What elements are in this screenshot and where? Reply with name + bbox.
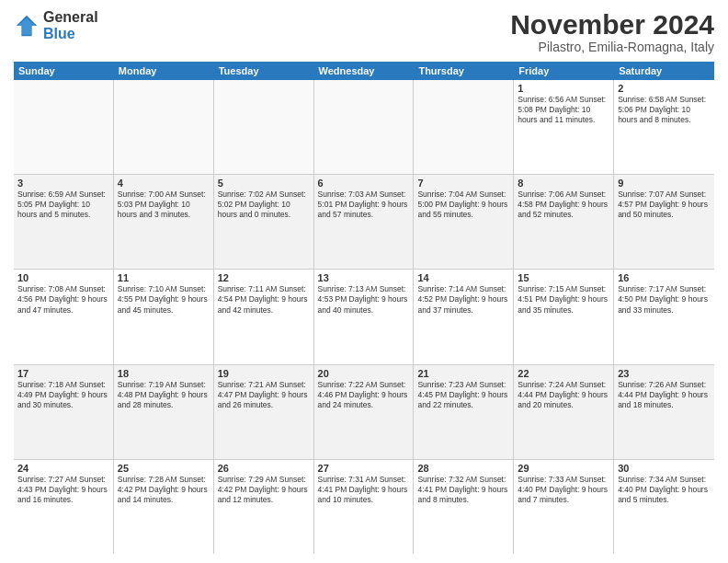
day-info: Sunrise: 7:18 AM Sunset: 4:49 PM Dayligh… — [17, 380, 109, 410]
day-info: Sunrise: 7:34 AM Sunset: 4:40 PM Dayligh… — [618, 475, 711, 505]
day-number: 13 — [318, 272, 410, 283]
day-info: Sunrise: 6:58 AM Sunset: 5:06 PM Dayligh… — [618, 95, 711, 125]
day-info: Sunrise: 7:32 AM Sunset: 4:41 PM Dayligh… — [417, 475, 509, 505]
day-number: 7 — [417, 178, 509, 189]
day-number: 9 — [618, 178, 711, 189]
day-cell: 12Sunrise: 7:11 AM Sunset: 4:54 PM Dayli… — [214, 270, 314, 363]
day-info: Sunrise: 7:13 AM Sunset: 4:53 PM Dayligh… — [318, 284, 410, 315]
day-cell: 5Sunrise: 7:02 AM Sunset: 5:02 PM Daylig… — [214, 175, 314, 269]
day-number: 22 — [518, 368, 609, 379]
day-cell: 16Sunrise: 7:17 AM Sunset: 4:50 PM Dayli… — [614, 270, 714, 363]
day-info: Sunrise: 7:04 AM Sunset: 5:00 PM Dayligh… — [417, 190, 509, 220]
day-number: 19 — [218, 368, 310, 379]
calendar-row: 24Sunrise: 7:27 AM Sunset: 4:43 PM Dayli… — [14, 460, 714, 554]
day-number: 3 — [17, 178, 109, 189]
day-number: 20 — [318, 368, 410, 379]
day-header-friday: Friday — [514, 62, 614, 80]
day-info: Sunrise: 7:07 AM Sunset: 4:57 PM Dayligh… — [618, 190, 711, 220]
logo: General Blue — [14, 9, 98, 41]
calendar-body: 1Sunrise: 6:56 AM Sunset: 5:08 PM Daylig… — [14, 80, 714, 554]
day-cell: 28Sunrise: 7:32 AM Sunset: 4:41 PM Dayli… — [414, 460, 514, 554]
day-info: Sunrise: 7:08 AM Sunset: 4:56 PM Dayligh… — [17, 284, 109, 315]
logo-icon — [14, 13, 40, 39]
calendar-header: SundayMondayTuesdayWednesdayThursdayFrid… — [14, 62, 714, 80]
day-info: Sunrise: 6:56 AM Sunset: 5:08 PM Dayligh… — [518, 95, 609, 125]
logo-text: General Blue — [43, 9, 98, 41]
day-cell: 13Sunrise: 7:13 AM Sunset: 4:53 PM Dayli… — [314, 270, 415, 363]
day-info: Sunrise: 7:00 AM Sunset: 5:03 PM Dayligh… — [118, 190, 210, 220]
day-cell: 1Sunrise: 6:56 AM Sunset: 5:08 PM Daylig… — [514, 80, 614, 174]
day-cell: 2Sunrise: 6:58 AM Sunset: 5:06 PM Daylig… — [614, 80, 714, 174]
day-number: 4 — [118, 178, 210, 189]
calendar-row: 3Sunrise: 6:59 AM Sunset: 5:05 PM Daylig… — [14, 175, 714, 270]
day-number: 27 — [318, 463, 410, 474]
location: Pilastro, Emilia-Romagna, Italy — [510, 40, 714, 54]
calendar: SundayMondayTuesdayWednesdayThursdayFrid… — [14, 62, 714, 554]
day-header-tuesday: Tuesday — [214, 62, 314, 80]
day-number: 10 — [17, 272, 109, 283]
day-number: 30 — [618, 463, 711, 474]
day-cell: 23Sunrise: 7:26 AM Sunset: 4:44 PM Dayli… — [614, 365, 714, 459]
day-cell: 15Sunrise: 7:15 AM Sunset: 4:51 PM Dayli… — [514, 270, 614, 363]
day-info: Sunrise: 6:59 AM Sunset: 5:05 PM Dayligh… — [17, 190, 109, 220]
day-cell: 24Sunrise: 7:27 AM Sunset: 4:43 PM Dayli… — [14, 460, 114, 554]
day-number: 5 — [218, 178, 310, 189]
day-number: 25 — [118, 463, 210, 474]
day-info: Sunrise: 7:17 AM Sunset: 4:50 PM Dayligh… — [618, 284, 711, 315]
month-title: November 2024 — [510, 9, 714, 40]
day-info: Sunrise: 7:24 AM Sunset: 4:44 PM Dayligh… — [518, 380, 609, 410]
day-number: 1 — [518, 83, 609, 94]
day-cell: 6Sunrise: 7:03 AM Sunset: 5:01 PM Daylig… — [314, 175, 415, 269]
day-info: Sunrise: 7:29 AM Sunset: 4:42 PM Dayligh… — [218, 475, 310, 505]
day-info: Sunrise: 7:10 AM Sunset: 4:55 PM Dayligh… — [118, 284, 210, 315]
day-number: 26 — [218, 463, 310, 474]
day-cell: 3Sunrise: 6:59 AM Sunset: 5:05 PM Daylig… — [14, 175, 114, 269]
day-cell: 26Sunrise: 7:29 AM Sunset: 4:42 PM Dayli… — [214, 460, 314, 554]
day-info: Sunrise: 7:26 AM Sunset: 4:44 PM Dayligh… — [618, 380, 711, 410]
day-info: Sunrise: 7:22 AM Sunset: 4:46 PM Dayligh… — [318, 380, 410, 410]
day-cell: 7Sunrise: 7:04 AM Sunset: 5:00 PM Daylig… — [414, 175, 514, 269]
day-header-saturday: Saturday — [614, 62, 714, 80]
day-info: Sunrise: 7:14 AM Sunset: 4:52 PM Dayligh… — [417, 284, 509, 315]
empty-cell — [414, 80, 514, 174]
day-number: 29 — [518, 463, 609, 474]
day-cell: 10Sunrise: 7:08 AM Sunset: 4:56 PM Dayli… — [14, 270, 114, 363]
calendar-row: 10Sunrise: 7:08 AM Sunset: 4:56 PM Dayli… — [14, 270, 714, 364]
day-number: 6 — [318, 178, 410, 189]
day-info: Sunrise: 7:03 AM Sunset: 5:01 PM Dayligh… — [318, 190, 410, 220]
day-cell: 30Sunrise: 7:34 AM Sunset: 4:40 PM Dayli… — [614, 460, 714, 554]
day-info: Sunrise: 7:19 AM Sunset: 4:48 PM Dayligh… — [118, 380, 210, 410]
day-info: Sunrise: 7:11 AM Sunset: 4:54 PM Dayligh… — [218, 284, 310, 315]
day-info: Sunrise: 7:31 AM Sunset: 4:41 PM Dayligh… — [318, 475, 410, 505]
day-cell: 29Sunrise: 7:33 AM Sunset: 4:40 PM Dayli… — [514, 460, 614, 554]
day-info: Sunrise: 7:27 AM Sunset: 4:43 PM Dayligh… — [17, 475, 109, 505]
day-header-sunday: Sunday — [14, 62, 114, 80]
day-cell: 9Sunrise: 7:07 AM Sunset: 4:57 PM Daylig… — [614, 175, 714, 269]
day-info: Sunrise: 7:28 AM Sunset: 4:42 PM Dayligh… — [118, 475, 210, 505]
day-number: 8 — [518, 178, 609, 189]
day-cell: 25Sunrise: 7:28 AM Sunset: 4:42 PM Dayli… — [114, 460, 214, 554]
day-cell: 22Sunrise: 7:24 AM Sunset: 4:44 PM Dayli… — [514, 365, 614, 459]
day-cell: 20Sunrise: 7:22 AM Sunset: 4:46 PM Dayli… — [314, 365, 415, 459]
day-cell: 27Sunrise: 7:31 AM Sunset: 4:41 PM Dayli… — [314, 460, 415, 554]
day-cell: 14Sunrise: 7:14 AM Sunset: 4:52 PM Dayli… — [414, 270, 514, 363]
day-number: 16 — [618, 272, 711, 283]
day-number: 15 — [518, 272, 609, 283]
day-cell: 17Sunrise: 7:18 AM Sunset: 4:49 PM Dayli… — [14, 365, 114, 459]
day-cell: 19Sunrise: 7:21 AM Sunset: 4:47 PM Dayli… — [214, 365, 314, 459]
day-header-monday: Monday — [114, 62, 214, 80]
day-info: Sunrise: 7:21 AM Sunset: 4:47 PM Dayligh… — [218, 380, 310, 410]
empty-cell — [114, 80, 214, 174]
day-info: Sunrise: 7:06 AM Sunset: 4:58 PM Dayligh… — [518, 190, 609, 220]
day-number: 14 — [417, 272, 509, 283]
page: General Blue November 2024 Pilastro, Emi… — [0, 0, 728, 563]
day-number: 2 — [618, 83, 711, 94]
day-info: Sunrise: 7:33 AM Sunset: 4:40 PM Dayligh… — [518, 475, 609, 505]
day-header-thursday: Thursday — [414, 62, 514, 80]
day-info: Sunrise: 7:23 AM Sunset: 4:45 PM Dayligh… — [417, 380, 509, 410]
day-info: Sunrise: 7:15 AM Sunset: 4:51 PM Dayligh… — [518, 284, 609, 315]
day-cell: 4Sunrise: 7:00 AM Sunset: 5:03 PM Daylig… — [114, 175, 214, 269]
day-number: 23 — [618, 368, 711, 379]
day-number: 17 — [17, 368, 109, 379]
header: General Blue November 2024 Pilastro, Emi… — [14, 9, 714, 54]
